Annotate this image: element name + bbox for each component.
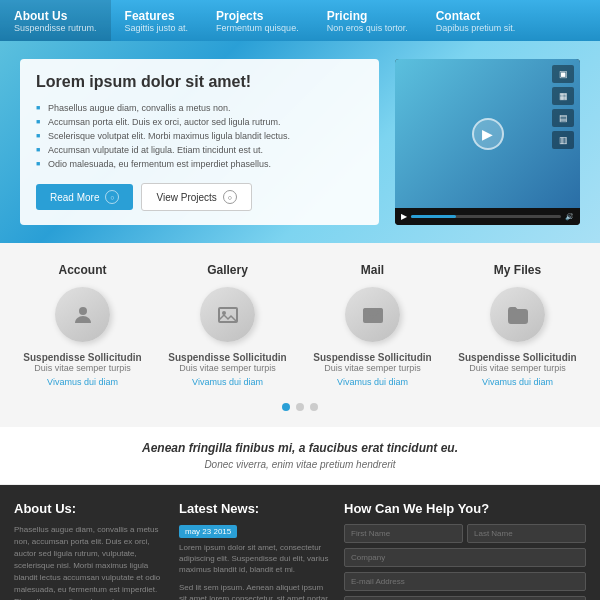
video-progress-fill — [411, 215, 456, 218]
nav-label-features: Features — [125, 9, 189, 23]
feature-gallery: Gallery Suspendisse Sollicitudin Duis vi… — [163, 263, 293, 387]
news-text-1: Lorem ipsum dolor sit amet, consectetur … — [179, 542, 330, 576]
footer-about: About Us: Phasellus augue diam, convalli… — [14, 501, 165, 600]
hero-content: Lorem ipsum dolor sit amet! Phasellus au… — [20, 59, 379, 225]
feature-files-title: My Files — [453, 263, 583, 277]
nav-label-about: About Us — [14, 9, 97, 23]
phone-input[interactable] — [344, 596, 586, 600]
video-volume-icon[interactable]: 🔊 — [565, 213, 574, 221]
video-icons: ▣ ▦ ▤ ▥ — [552, 65, 574, 149]
news-more-1: Sed lit sem ipsum. Aenean aliquet ipsum … — [179, 582, 330, 600]
features-grid: Account Suspendisse Sollicitudin Duis vi… — [10, 263, 590, 387]
feature-mail-sub1: Suspendisse Sollicitudin — [308, 352, 438, 363]
quote-sub: Donec viverra, enim vitae pretium hendre… — [20, 459, 580, 470]
nav-item-about[interactable]: About Us Suspendisse rutrum. — [0, 0, 111, 41]
dot-1[interactable] — [282, 403, 290, 411]
nav-sub-about: Suspendisse rutrum. — [14, 23, 97, 33]
feature-account-title: Account — [18, 263, 148, 277]
hero-bullet-2: Accumsan porta elit. Duis ex orci, aucto… — [36, 115, 363, 129]
hero-bullet-1: Phasellus augue diam, convallis a metus … — [36, 101, 363, 115]
nav-item-features[interactable]: Features Sagittis justo at. — [111, 0, 203, 41]
hero-bullet-3: Scelerisque volutpat elit. Morbi maximus… — [36, 129, 363, 143]
dot-2[interactable] — [296, 403, 304, 411]
feature-gallery-title: Gallery — [163, 263, 293, 277]
footer-news: Latest News: may 23 2015 Lorem ipsum dol… — [179, 501, 330, 600]
feature-account-sub2: Duis vitae semper turpis — [18, 363, 148, 373]
nav-item-pricing[interactable]: Pricing Non eros quis tortor. — [313, 0, 422, 41]
hero-title: Lorem ipsum dolor sit amet! — [36, 73, 363, 91]
hero-video: ▣ ▦ ▤ ▥ ▶ ▶ 🔊 — [395, 59, 580, 225]
feature-mail-sub2: Duis vitae semper turpis — [308, 363, 438, 373]
help-name-row — [344, 524, 586, 543]
footer-help: How Can We Help You? Submit — [344, 501, 586, 600]
feature-mail-link[interactable]: Vivamus dui diam — [308, 377, 438, 387]
video-progress-bar[interactable] — [411, 215, 561, 218]
footer-about-heading: About Us: — [14, 501, 165, 516]
nav-item-projects[interactable]: Projects Fermentum quisque. — [202, 0, 313, 41]
feature-mail-title: Mail — [308, 263, 438, 277]
footer-news-heading: Latest News: — [179, 501, 330, 516]
video-icon-1: ▣ — [552, 65, 574, 83]
hero-bullet-4: Accumsan vulputate id at ligula. Etiam t… — [36, 143, 363, 157]
hero-bullet-5: Odio malesuada, eu fermentum est imperdi… — [36, 157, 363, 171]
video-icon-3: ▤ — [552, 109, 574, 127]
nav-sub-features: Sagittis justo at. — [125, 23, 189, 33]
view-projects-button[interactable]: View Projects ○ — [141, 183, 251, 211]
view-projects-icon: ○ — [223, 190, 237, 204]
video-play-icon[interactable]: ▶ — [401, 212, 407, 221]
nav-label-projects: Projects — [216, 9, 299, 23]
feature-account: Account Suspendisse Sollicitudin Duis vi… — [18, 263, 148, 387]
quote-section: Aenean fringilla finibus mi, a faucibus … — [0, 427, 600, 485]
nav-sub-pricing: Non eros quis tortor. — [327, 23, 408, 33]
account-icon — [55, 287, 110, 342]
carousel-dots — [10, 403, 590, 411]
video-screen[interactable]: ▣ ▦ ▤ ▥ ▶ — [395, 59, 580, 208]
mail-icon — [345, 287, 400, 342]
nav-sub-projects: Fermentum quisque. — [216, 23, 299, 33]
feature-gallery-link[interactable]: Vivamus dui diam — [163, 377, 293, 387]
feature-mail: Mail Suspendisse Sollicitudin Duis vitae… — [308, 263, 438, 387]
video-controls: ▶ 🔊 — [395, 208, 580, 225]
gallery-icon — [200, 287, 255, 342]
quote-main: Aenean fringilla finibus mi, a faucibus … — [20, 441, 580, 455]
video-icon-4: ▥ — [552, 131, 574, 149]
hero-section: Lorem ipsum dolor sit amet! Phasellus au… — [0, 41, 600, 243]
last-name-input[interactable] — [467, 524, 586, 543]
feature-files-sub1: Suspendisse Sollicitudin — [453, 352, 583, 363]
feature-account-link[interactable]: Vivamus dui diam — [18, 377, 148, 387]
feature-account-sub1: Suspendisse Sollicitudin — [18, 352, 148, 363]
dot-3[interactable] — [310, 403, 318, 411]
footer: About Us: Phasellus augue diam, convalli… — [0, 485, 600, 600]
news-item-1: may 23 2015 Lorem ipsum dolor sit amet, … — [179, 524, 330, 600]
main-nav: About Us Suspendisse rutrum. Features Sa… — [0, 0, 600, 41]
hero-buttons: Read More ○ View Projects ○ — [36, 183, 363, 211]
feature-files-sub2: Duis vitae semper turpis — [453, 363, 583, 373]
nav-label-contact: Contact — [436, 9, 516, 23]
read-more-icon: ○ — [105, 190, 119, 204]
play-button[interactable]: ▶ — [472, 118, 504, 150]
video-icon-2: ▦ — [552, 87, 574, 105]
hero-list: Phasellus augue diam, convallis a metus … — [36, 101, 363, 171]
svg-point-0 — [79, 307, 87, 315]
nav-item-contact[interactable]: Contact Dapibus pretium sit. — [422, 0, 530, 41]
files-icon — [490, 287, 545, 342]
company-input[interactable] — [344, 548, 586, 567]
feature-gallery-sub1: Suspendisse Sollicitudin — [163, 352, 293, 363]
footer-about-para1: Phasellus augue diam, convallis a metus … — [14, 524, 165, 600]
feature-files: My Files Suspendisse Sollicitudin Duis v… — [453, 263, 583, 387]
nav-label-pricing: Pricing — [327, 9, 408, 23]
feature-files-link[interactable]: Vivamus dui diam — [453, 377, 583, 387]
features-section: Account Suspendisse Sollicitudin Duis vi… — [0, 243, 600, 427]
read-more-button[interactable]: Read More ○ — [36, 184, 133, 210]
feature-gallery-sub2: Duis vitae semper turpis — [163, 363, 293, 373]
news-date-1: may 23 2015 — [179, 525, 237, 538]
footer-help-heading: How Can We Help You? — [344, 501, 586, 516]
email-input[interactable] — [344, 572, 586, 591]
nav-sub-contact: Dapibus pretium sit. — [436, 23, 516, 33]
help-form: Submit — [344, 524, 586, 600]
first-name-input[interactable] — [344, 524, 463, 543]
